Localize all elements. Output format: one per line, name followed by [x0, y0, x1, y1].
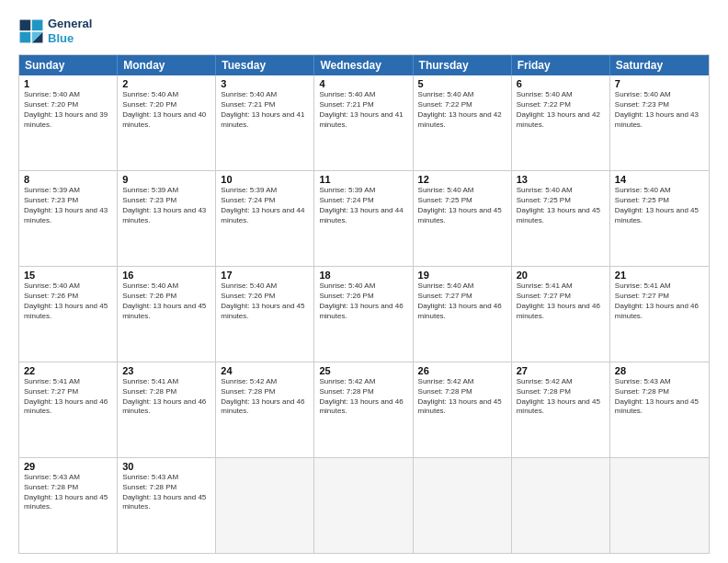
day-number: 26	[418, 365, 506, 376]
calendar-row-2: 8Sunrise: 5:39 AM Sunset: 7:23 PM Daylig…	[19, 171, 709, 267]
day-number: 20	[517, 270, 605, 281]
day-cell-24: 24Sunrise: 5:42 AM Sunset: 7:28 PM Dayli…	[216, 362, 314, 457]
day-info: Sunrise: 5:43 AM Sunset: 7:28 PM Dayligh…	[615, 377, 704, 417]
day-number: 23	[122, 365, 210, 376]
weekday-header-monday: Monday	[118, 55, 216, 75]
calendar-row-4: 22Sunrise: 5:41 AM Sunset: 7:27 PM Dayli…	[19, 362, 709, 458]
day-cell-11: 11Sunrise: 5:39 AM Sunset: 7:24 PM Dayli…	[314, 171, 413, 266]
day-info: Sunrise: 5:41 AM Sunset: 7:28 PM Dayligh…	[122, 377, 210, 417]
day-info: Sunrise: 5:42 AM Sunset: 7:28 PM Dayligh…	[319, 377, 407, 417]
day-number: 14	[615, 174, 704, 185]
page: General Blue SundayMondayTuesdayWednesda…	[0, 0, 728, 563]
day-info: Sunrise: 5:41 AM Sunset: 7:27 PM Dayligh…	[615, 282, 704, 321]
calendar-body: 1Sunrise: 5:40 AM Sunset: 7:20 PM Daylig…	[19, 75, 709, 553]
logo: General Blue	[18, 17, 92, 45]
day-info: Sunrise: 5:40 AM Sunset: 7:25 PM Dayligh…	[418, 186, 506, 225]
day-info: Sunrise: 5:40 AM Sunset: 7:25 PM Dayligh…	[517, 186, 605, 225]
day-info: Sunrise: 5:43 AM Sunset: 7:28 PM Dayligh…	[24, 473, 112, 512]
svg-rect-2	[20, 31, 31, 42]
day-info: Sunrise: 5:40 AM Sunset: 7:21 PM Dayligh…	[221, 90, 309, 130]
weekday-header-sunday: Sunday	[19, 55, 118, 75]
day-info: Sunrise: 5:40 AM Sunset: 7:23 PM Dayligh…	[615, 90, 704, 130]
day-info: Sunrise: 5:40 AM Sunset: 7:26 PM Dayligh…	[319, 282, 407, 321]
day-cell-8: 8Sunrise: 5:39 AM Sunset: 7:23 PM Daylig…	[19, 171, 118, 266]
day-info: Sunrise: 5:40 AM Sunset: 7:20 PM Dayligh…	[122, 90, 210, 130]
svg-rect-0	[20, 19, 31, 30]
day-number: 6	[517, 78, 605, 89]
day-cell-12: 12Sunrise: 5:40 AM Sunset: 7:25 PM Dayli…	[414, 171, 512, 266]
day-cell-20: 20Sunrise: 5:41 AM Sunset: 7:27 PM Dayli…	[512, 267, 610, 362]
day-cell-18: 18Sunrise: 5:40 AM Sunset: 7:26 PM Dayli…	[314, 267, 413, 362]
day-cell-14: 14Sunrise: 5:40 AM Sunset: 7:25 PM Dayli…	[610, 171, 709, 266]
day-cell-2: 2Sunrise: 5:40 AM Sunset: 7:20 PM Daylig…	[118, 75, 216, 170]
day-info: Sunrise: 5:42 AM Sunset: 7:28 PM Dayligh…	[517, 377, 605, 417]
day-number: 24	[221, 365, 309, 376]
day-number: 15	[24, 270, 112, 281]
day-number: 1	[24, 78, 112, 89]
day-number: 13	[517, 174, 605, 185]
day-number: 27	[517, 365, 605, 376]
calendar-header: SundayMondayTuesdayWednesdayThursdayFrid…	[19, 55, 709, 75]
day-number: 19	[418, 270, 506, 281]
day-number: 28	[615, 365, 704, 376]
day-cell-26: 26Sunrise: 5:42 AM Sunset: 7:28 PM Dayli…	[414, 362, 512, 457]
empty-cell	[610, 458, 709, 553]
day-number: 4	[319, 78, 407, 89]
empty-cell	[314, 458, 413, 553]
day-cell-22: 22Sunrise: 5:41 AM Sunset: 7:27 PM Dayli…	[19, 362, 118, 457]
day-cell-3: 3Sunrise: 5:40 AM Sunset: 7:21 PM Daylig…	[216, 75, 314, 170]
weekday-header-thursday: Thursday	[414, 55, 512, 75]
day-number: 30	[122, 461, 210, 472]
day-cell-1: 1Sunrise: 5:40 AM Sunset: 7:20 PM Daylig…	[19, 75, 118, 170]
day-cell-13: 13Sunrise: 5:40 AM Sunset: 7:25 PM Dayli…	[512, 171, 610, 266]
calendar-row-5: 29Sunrise: 5:43 AM Sunset: 7:28 PM Dayli…	[19, 458, 709, 553]
day-info: Sunrise: 5:40 AM Sunset: 7:22 PM Dayligh…	[517, 90, 605, 130]
day-info: Sunrise: 5:41 AM Sunset: 7:27 PM Dayligh…	[517, 282, 605, 321]
day-number: 7	[615, 78, 704, 89]
day-number: 21	[615, 270, 704, 281]
empty-cell	[414, 458, 512, 553]
day-number: 2	[122, 78, 210, 89]
day-number: 5	[418, 78, 506, 89]
day-cell-19: 19Sunrise: 5:40 AM Sunset: 7:27 PM Dayli…	[414, 267, 512, 362]
day-cell-29: 29Sunrise: 5:43 AM Sunset: 7:28 PM Dayli…	[19, 458, 118, 553]
day-number: 10	[221, 174, 309, 185]
weekday-header-friday: Friday	[512, 55, 610, 75]
day-info: Sunrise: 5:40 AM Sunset: 7:21 PM Dayligh…	[319, 90, 407, 130]
day-info: Sunrise: 5:41 AM Sunset: 7:27 PM Dayligh…	[24, 377, 112, 417]
svg-rect-1	[32, 19, 43, 30]
day-cell-10: 10Sunrise: 5:39 AM Sunset: 7:24 PM Dayli…	[216, 171, 314, 266]
day-cell-4: 4Sunrise: 5:40 AM Sunset: 7:21 PM Daylig…	[314, 75, 413, 170]
day-info: Sunrise: 5:40 AM Sunset: 7:27 PM Dayligh…	[418, 282, 506, 321]
empty-cell	[512, 458, 610, 553]
day-cell-9: 9Sunrise: 5:39 AM Sunset: 7:23 PM Daylig…	[118, 171, 216, 266]
day-cell-6: 6Sunrise: 5:40 AM Sunset: 7:22 PM Daylig…	[512, 75, 610, 170]
day-number: 16	[122, 270, 210, 281]
day-number: 17	[221, 270, 309, 281]
day-cell-30: 30Sunrise: 5:43 AM Sunset: 7:28 PM Dayli…	[118, 458, 216, 553]
day-number: 8	[24, 174, 112, 185]
empty-cell	[216, 458, 314, 553]
calendar-row-1: 1Sunrise: 5:40 AM Sunset: 7:20 PM Daylig…	[19, 75, 709, 171]
day-cell-5: 5Sunrise: 5:40 AM Sunset: 7:22 PM Daylig…	[414, 75, 512, 170]
day-info: Sunrise: 5:39 AM Sunset: 7:24 PM Dayligh…	[221, 186, 309, 225]
calendar-row-3: 15Sunrise: 5:40 AM Sunset: 7:26 PM Dayli…	[19, 267, 709, 362]
day-cell-16: 16Sunrise: 5:40 AM Sunset: 7:26 PM Dayli…	[118, 267, 216, 362]
logo-icon	[18, 18, 44, 44]
day-cell-25: 25Sunrise: 5:42 AM Sunset: 7:28 PM Dayli…	[314, 362, 413, 457]
day-number: 29	[24, 461, 112, 472]
day-info: Sunrise: 5:39 AM Sunset: 7:23 PM Dayligh…	[24, 186, 112, 225]
day-number: 12	[418, 174, 506, 185]
day-info: Sunrise: 5:40 AM Sunset: 7:26 PM Dayligh…	[122, 282, 210, 321]
day-cell-17: 17Sunrise: 5:40 AM Sunset: 7:26 PM Dayli…	[216, 267, 314, 362]
day-info: Sunrise: 5:42 AM Sunset: 7:28 PM Dayligh…	[418, 377, 506, 417]
day-info: Sunrise: 5:40 AM Sunset: 7:26 PM Dayligh…	[221, 282, 309, 321]
calendar: SundayMondayTuesdayWednesdayThursdayFrid…	[18, 54, 710, 554]
day-info: Sunrise: 5:39 AM Sunset: 7:24 PM Dayligh…	[319, 186, 407, 225]
weekday-header-saturday: Saturday	[610, 55, 709, 75]
day-cell-23: 23Sunrise: 5:41 AM Sunset: 7:28 PM Dayli…	[118, 362, 216, 457]
day-info: Sunrise: 5:40 AM Sunset: 7:20 PM Dayligh…	[24, 90, 112, 130]
day-info: Sunrise: 5:40 AM Sunset: 7:25 PM Dayligh…	[615, 186, 704, 225]
weekday-header-tuesday: Tuesday	[216, 55, 314, 75]
day-info: Sunrise: 5:39 AM Sunset: 7:23 PM Dayligh…	[122, 186, 210, 225]
